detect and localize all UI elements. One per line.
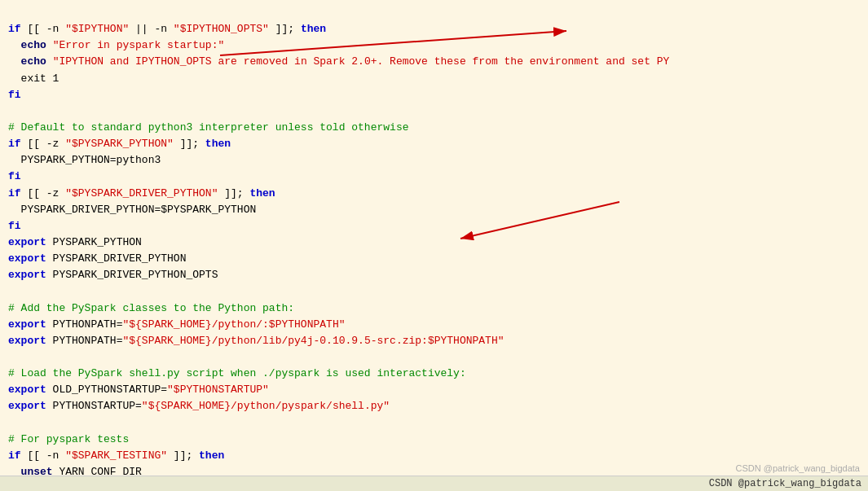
line-20: export PYTHONPATH="${SPARK_HOME}/python/…: [8, 335, 504, 347]
line-16: export PYSPARK_DRIVER_PYTHON_OPTS: [8, 269, 218, 281]
line-3: echo "IPYTHON and IPYTHON_OPTS are remov…: [8, 55, 669, 68]
line-25: [8, 417, 15, 429]
line-21: [8, 351, 15, 363]
line-23: export OLD_PYTHONSTARTUP="$PYTHONSTARTUP…: [8, 384, 269, 396]
line-10: fi: [8, 170, 21, 182]
line-7: # Default to standard python3 interprete…: [8, 121, 408, 134]
line-6: [8, 105, 15, 117]
watermark: CSDN @patrick_wang_bigdata: [736, 463, 860, 473]
line-14: export PYSPARK_PYTHON: [8, 236, 142, 248]
line-12: PYSPARK_DRIVER_PYTHON=$PYSPARK_PYTHON: [8, 204, 256, 216]
line-17: [8, 285, 15, 297]
line-27: if [[ -n "$SPARK_TESTING" ]]; then: [8, 449, 224, 462]
line-13: fi: [8, 220, 21, 232]
line-24: export PYTHONSTARTUP="${SPARK_HOME}/pyth…: [8, 400, 390, 412]
line-8: if [[ -z "$PYSPARK_PYTHON" ]]; then: [8, 138, 231, 150]
line-19: export PYTHONPATH="${SPARK_HOME}/python/…: [8, 318, 345, 331]
line-15: export PYSPARK_DRIVER_PYTHON: [8, 252, 186, 265]
line-2: echo "Error in pyspark startup:": [8, 39, 224, 51]
code-editor: if [[ -n "$IPYTHON" || -n "$IPYTHON_OPTS…: [0, 0, 868, 491]
line-22: # Load the PySpark shell.py script when …: [8, 367, 466, 379]
status-right: CSDN @patrick_wang_bigdata: [709, 478, 861, 489]
line-9: PYSPARK_PYTHON=python3: [8, 154, 161, 166]
line-5: fi: [8, 89, 21, 101]
line-26: # For pyspark tests: [8, 433, 129, 445]
line-11: if [[ -z "$PYSPARK_DRIVER_PYTHON" ]]; th…: [8, 187, 275, 199]
line-18: # Add the PySpark classes to the Python …: [8, 302, 294, 314]
line-1: if [[ -n "$IPYTHON" || -n "$IPYTHON_OPTS…: [8, 23, 326, 35]
line-4: exit 1: [8, 72, 59, 85]
status-bar: CSDN @patrick_wang_bigdata: [0, 476, 868, 491]
